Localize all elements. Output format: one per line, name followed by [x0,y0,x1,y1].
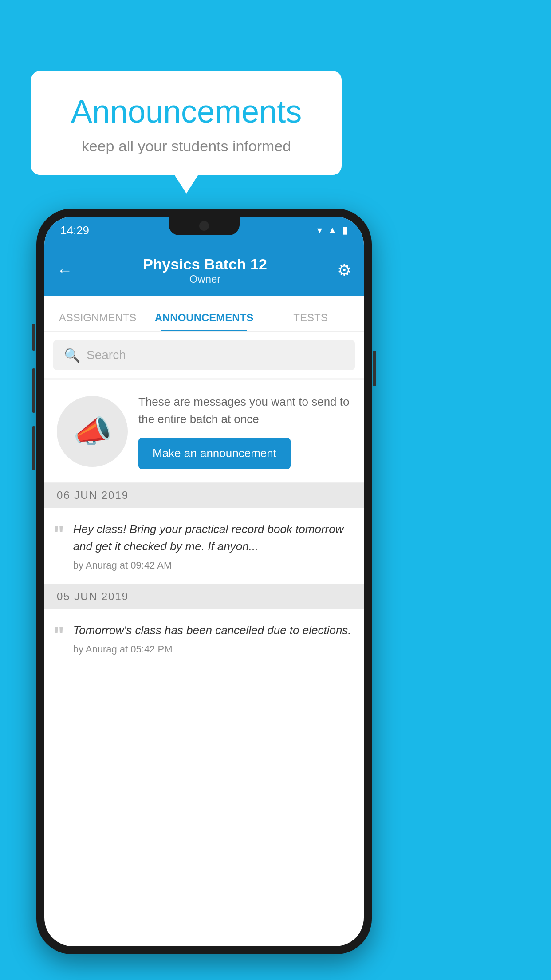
phone-frame: 14:29 ▾ ▲ ▮ ← Physics Batch 12 Owner ⚙ [36,209,372,954]
settings-icon[interactable]: ⚙ [337,261,351,280]
quote-icon-1: " [53,522,64,571]
content-area: 🔍 Search 📣 These are messages you want t… [44,332,364,668]
quote-icon-2: " [53,624,64,655]
battery-icon: ▮ [342,225,348,236]
announcement-content-2: Tomorrow's class has been cancelled due … [73,622,351,655]
announcement-meta-2: by Anurag at 05:42 PM [73,644,351,655]
date-separator-2: 05 JUN 2019 [44,584,364,609]
back-button[interactable]: ← [57,261,73,280]
status-time: 14:29 [60,224,89,237]
speech-bubble-card: Announcements keep all your students inf… [31,71,342,175]
search-icon: 🔍 [64,348,80,363]
promo-card: 📣 These are messages you want to send to… [44,380,364,483]
app-bar-title: Physics Batch 12 [73,256,337,273]
speech-bubble-subtitle: keep all your students informed [58,138,315,155]
app-bar: ← Physics Batch 12 Owner ⚙ [44,244,364,296]
signal-icon: ▲ [327,225,337,236]
tab-tests[interactable]: TESTS [257,312,364,331]
search-placeholder: Search [87,348,126,362]
app-bar-title-section: Physics Batch 12 Owner [73,256,337,285]
promo-description: These are messages you want to send to t… [138,393,351,428]
promo-icon-circle: 📣 [57,396,128,467]
announcement-meta-1: by Anurag at 09:42 AM [73,560,351,571]
announcement-text-1: Hey class! Bring your practical record b… [73,521,351,555]
announcement-content-1: Hey class! Bring your practical record b… [73,521,351,571]
date-separator-1: 06 JUN 2019 [44,483,364,508]
mute-button [32,324,35,351]
announcement-item-2[interactable]: " Tomorrow's class has been cancelled du… [44,609,364,668]
wifi-icon: ▾ [317,225,322,236]
search-container: 🔍 Search [44,332,364,378]
volume-up-button [32,368,35,413]
tabs-bar: ASSIGNMENTS ANNOUNCEMENTS TESTS [44,296,364,332]
phone-screen: 14:29 ▾ ▲ ▮ ← Physics Batch 12 Owner ⚙ [44,217,364,946]
phone-camera [199,221,209,231]
app-bar-subtitle: Owner [73,273,337,285]
tab-assignments[interactable]: ASSIGNMENTS [44,312,151,331]
speech-bubble-title: Announcements [58,93,315,130]
promo-content: These are messages you want to send to t… [138,393,351,469]
volume-down-button [32,426,35,470]
megaphone-icon: 📣 [73,413,112,450]
search-bar[interactable]: 🔍 Search [53,340,355,370]
announcement-text-2: Tomorrow's class has been cancelled due … [73,622,351,639]
status-icons: ▾ ▲ ▮ [317,225,348,236]
make-announcement-button[interactable]: Make an announcement [138,438,291,469]
power-button [373,351,376,386]
phone-notch [169,217,240,235]
tab-announcements[interactable]: ANNOUNCEMENTS [151,312,257,331]
announcement-item-1[interactable]: " Hey class! Bring your practical record… [44,508,364,584]
